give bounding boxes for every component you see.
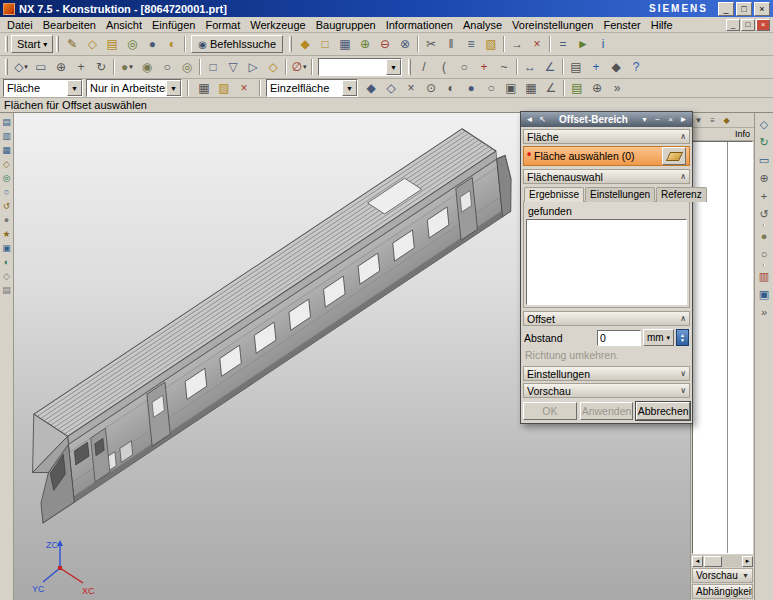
start-menu-button[interactable]: Start xyxy=(11,35,53,53)
snap-midpoint-icon[interactable]: ◇ xyxy=(381,80,401,97)
menu-werkzeuge[interactable]: Werkzeuge xyxy=(245,18,310,32)
toolbar-gripper[interactable] xyxy=(408,59,411,75)
assembly-navigator-icon[interactable]: ▤ xyxy=(1,115,13,128)
tab-ergebnisse[interactable]: Ergebnisse xyxy=(524,187,584,202)
chevron-down-icon[interactable] xyxy=(680,386,686,395)
scroll-right-icon[interactable]: ► xyxy=(742,556,753,567)
chevron-down-icon[interactable]: ▼ xyxy=(166,80,181,96)
thicken-icon[interactable]: ▧ xyxy=(481,35,501,54)
intersect-icon[interactable]: ⊗ xyxy=(395,35,415,54)
found-faces-listbox[interactable] xyxy=(526,219,687,305)
history-icon[interactable]: ↺ xyxy=(1,199,13,212)
internet-explorer-icon[interactable]: ○ xyxy=(1,185,13,198)
layer-settings-icon[interactable]: ▤ xyxy=(566,58,586,77)
measure-angle-icon[interactable]: ∠ xyxy=(540,58,560,77)
scrollbar-thumb[interactable] xyxy=(704,556,722,567)
menu-fenster[interactable]: Fenster xyxy=(598,18,645,32)
snap-arc-center-icon[interactable]: ⊙ xyxy=(421,80,441,97)
snap-point-on-face-icon[interactable]: ▣ xyxy=(501,80,521,97)
point-icon[interactable]: + xyxy=(474,58,494,77)
part-navigator-icon[interactable]: ▦ xyxy=(1,143,13,156)
snap-point-on-curve-icon[interactable]: ○ xyxy=(481,80,501,97)
reset-filter-icon[interactable]: × xyxy=(234,80,254,97)
panel-filter-icon[interactable]: ▼ xyxy=(692,114,705,127)
dialog-minimize-icon[interactable]: − xyxy=(651,114,664,126)
column-divider[interactable] xyxy=(727,142,728,553)
right-view-icon[interactable]: ▷ xyxy=(243,58,263,77)
chevron-up-icon[interactable] xyxy=(680,172,686,181)
dialog-selection-cursor-icon[interactable]: ↖ xyxy=(536,114,549,126)
shaded-icon[interactable]: ● xyxy=(756,228,772,244)
face-rule-combo[interactable]: Einzelfläche ▼ xyxy=(266,79,358,97)
menu-baugruppen[interactable]: Baugruppen xyxy=(311,18,381,32)
wireframe-view-icon[interactable]: ○ xyxy=(157,58,177,77)
mdi-restore-button[interactable]: □ xyxy=(741,19,755,31)
offset-group-header[interactable]: Offset xyxy=(523,311,690,326)
arc-icon[interactable]: ( xyxy=(434,58,454,77)
shaded-view-icon[interactable]: ● xyxy=(117,58,137,77)
toolbar-gripper[interactable] xyxy=(56,36,59,52)
face-select-button[interactable] xyxy=(662,147,686,165)
system-scenes-icon[interactable]: ◇ xyxy=(1,269,13,282)
dialog-expand-icon[interactable]: ► xyxy=(677,114,690,126)
dialog-collapse-icon[interactable]: ◄ xyxy=(523,114,536,126)
zoom-view-icon[interactable]: ⊕ xyxy=(51,58,71,77)
highlight-faces-icon[interactable]: ▧ xyxy=(214,80,234,97)
spline-icon[interactable]: ~ xyxy=(494,58,514,77)
snap-endpoint-icon[interactable]: ◆ xyxy=(361,80,381,97)
studio-render-icon[interactable]: ◎ xyxy=(177,58,197,77)
flaeche-group-header[interactable]: Fläche xyxy=(523,129,690,144)
line-icon[interactable]: / xyxy=(414,58,434,77)
toolbar-gripper[interactable] xyxy=(289,36,292,52)
snap-intersection-icon[interactable]: × xyxy=(401,80,421,97)
menu-voreinstellungen[interactable]: Voreinstellungen xyxy=(507,18,598,32)
unit-combo[interactable]: mm xyxy=(643,329,674,346)
toolbar-gripper[interactable] xyxy=(5,36,8,52)
extrude-icon[interactable]: ▤ xyxy=(102,35,122,54)
chevron-down-icon[interactable]: ▼ xyxy=(386,59,401,75)
chevron-down-icon[interactable] xyxy=(742,572,749,579)
datum-plane-icon[interactable]: ◇ xyxy=(82,35,102,54)
manufacturing-wizard-icon[interactable]: ▣ xyxy=(1,241,13,254)
befehlssuche-button[interactable]: Befehlssuche xyxy=(191,35,283,53)
chevron-down-icon[interactable]: ▼ xyxy=(67,80,82,96)
magnify-region-icon[interactable]: ⊕ xyxy=(587,80,607,97)
circle-icon[interactable]: ○ xyxy=(454,58,474,77)
orient-view-icon[interactable]: ◇ xyxy=(11,58,31,77)
more-options-icon[interactable]: » xyxy=(607,80,627,97)
toolbar-gripper[interactable] xyxy=(5,59,8,75)
menu-hilfe[interactable]: Hilfe xyxy=(646,18,678,32)
minimize-button[interactable]: _ xyxy=(718,2,734,16)
expression-icon[interactable]: = xyxy=(553,35,573,54)
menu-informationen[interactable]: Informationen xyxy=(381,18,458,32)
selection-scope-combo[interactable]: Nur in Arbeitsteil ▼ xyxy=(86,79,182,97)
play-journal-icon[interactable]: ► xyxy=(573,35,593,54)
pattern-feature-icon[interactable]: ▦ xyxy=(335,35,355,54)
shell-icon[interactable]: □ xyxy=(315,35,335,54)
offset-surface-icon[interactable]: ≡ xyxy=(461,35,481,54)
wcs-triad[interactable]: ZC YC XC xyxy=(30,534,102,596)
vorschau-section-bar[interactable]: Vorschau xyxy=(692,568,753,583)
chevron-up-icon[interactable] xyxy=(680,132,686,141)
top-view-icon[interactable]: ▽ xyxy=(223,58,243,77)
chevron-up-icon[interactable] xyxy=(680,314,686,323)
snap-quadrant-icon[interactable]: ◐ xyxy=(441,80,461,97)
vorschau-group-header[interactable]: Vorschau xyxy=(523,383,690,398)
flaeche-auswaehlen-row[interactable]: * Fläche auswählen (0) xyxy=(523,146,690,166)
show-hide-icon[interactable]: ∅ xyxy=(289,58,309,77)
scroll-left-icon[interactable]: ◄ xyxy=(692,556,703,567)
abstand-input[interactable] xyxy=(597,330,641,346)
snapshot-icon[interactable]: ▣ xyxy=(756,286,772,302)
delete-face-icon[interactable]: × xyxy=(527,35,547,54)
front-view-icon[interactable]: □ xyxy=(203,58,223,77)
abhaengigkeiten-section-bar[interactable]: Abhängigkeiten xyxy=(692,584,753,599)
zoom-icon[interactable]: ⊕ xyxy=(756,170,772,186)
einstellungen-group-header[interactable]: Einstellungen xyxy=(523,366,690,381)
section-view-icon[interactable]: ▥ xyxy=(756,268,772,284)
edge-blend-icon[interactable]: ◐ xyxy=(162,35,182,54)
hd3d-tools-icon[interactable]: ◎ xyxy=(1,171,13,184)
navigator-tree-area[interactable] xyxy=(692,141,753,554)
dialog-options-icon[interactable]: ▾ xyxy=(638,114,651,126)
dialog-close-icon[interactable]: × xyxy=(664,114,677,126)
expand-strip-icon[interactable]: » xyxy=(756,304,772,320)
